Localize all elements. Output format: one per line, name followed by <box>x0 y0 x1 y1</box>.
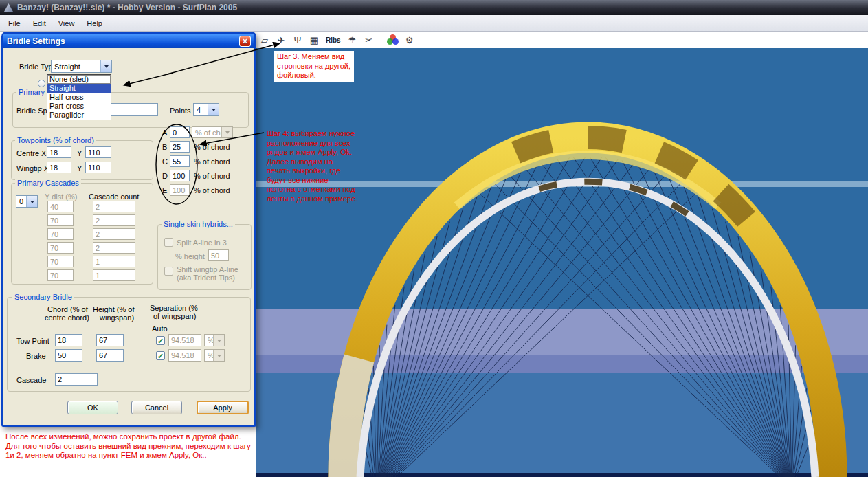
cascade-count-input-4 <box>93 242 135 254</box>
chevron-down-icon[interactable] <box>26 196 37 207</box>
colors-icon[interactable] <box>386 33 401 47</box>
brake-chord-input[interactable] <box>55 349 82 362</box>
towpoints-group-title: Towpoints (% of chord) <box>15 136 96 144</box>
title-bar[interactable]: Banzay! (Banzay!!.sle) * - Hobby Version… <box>0 0 868 15</box>
menu-help[interactable]: Help <box>80 16 109 30</box>
row-d-label: D <box>162 172 168 180</box>
footer-note: После всех изменений, можно сохранить пр… <box>5 432 251 461</box>
sky-band-5 <box>256 373 868 473</box>
chevron-down-icon[interactable] <box>208 104 219 115</box>
centre-x-label: Centre X <box>16 149 46 157</box>
height-header-line2: wingspan) <box>100 313 134 322</box>
row-c-unit-label: % of chord <box>194 157 230 166</box>
points-combo[interactable]: 4 <box>193 103 219 116</box>
primary-cascades-group-title: Primary Cascades <box>15 179 81 187</box>
height-percent-input <box>208 249 229 261</box>
settings-tool-icon[interactable]: ⚙ <box>402 33 417 47</box>
ribs-view-button[interactable]: Ribs <box>323 33 344 47</box>
sky-band-4 <box>256 355 868 373</box>
separation-header-line2: of wingspan) <box>153 312 196 320</box>
row-c-input[interactable] <box>170 155 190 167</box>
dropdown-option-paraglider[interactable]: Paraglider <box>47 111 111 120</box>
centre-y-input[interactable] <box>85 146 111 158</box>
brake-separation-input <box>168 349 201 362</box>
wingtip-y-label: Y <box>77 164 82 173</box>
shift-wingtip-label-line1: Shift wingtip A-line <box>177 265 238 274</box>
cascade-ydist-input-5 <box>47 256 74 267</box>
3d-viewport[interactable] <box>256 48 868 477</box>
row-e-input <box>170 184 190 196</box>
menu-edit[interactable]: Edit <box>27 16 52 30</box>
bridle-option-radio[interactable] <box>38 80 45 87</box>
secondary-bridle-group-title: Secondary Bridle <box>12 293 74 301</box>
cascade-count-input-5 <box>93 256 135 267</box>
tow-point-auto-checkbox[interactable]: ✓ <box>156 336 165 345</box>
chord-header-line2: centre chord) <box>45 313 89 322</box>
panels-view-icon[interactable]: ▦ <box>307 33 322 47</box>
sky-band-2 <box>256 187 868 309</box>
menu-bar: File Edit View Help <box>0 15 868 32</box>
bridle-view-icon[interactable]: Ψ <box>290 33 305 47</box>
toolbar-separator <box>381 34 381 45</box>
canopy-view-icon[interactable]: ☂ <box>345 33 360 47</box>
menu-file[interactable]: File <box>2 16 27 30</box>
dropdown-option-none[interactable]: None (sled) <box>47 75 111 84</box>
bridle-spacing-label: Bridle Sp <box>16 107 47 115</box>
row-a-label: A <box>162 129 167 137</box>
wingtip-x-label: Wingtip X <box>16 164 49 173</box>
app-window: Banzay! (Banzay!!.sle) * - Hobby Version… <box>0 0 868 477</box>
chevron-down-icon[interactable] <box>100 60 111 72</box>
centre-x-input[interactable] <box>47 146 71 158</box>
row-d-unit-label: % of chord <box>194 172 230 180</box>
single-skin-group-title: Single skin hybrids... <box>162 220 235 228</box>
cascade-ydist-input-2 <box>47 214 74 226</box>
app-icon <box>4 3 13 12</box>
wingtip-x-input[interactable] <box>47 162 71 173</box>
cascade-ydist-input-6 <box>47 269 74 281</box>
bridle-type-combo[interactable]: Straight <box>51 60 112 73</box>
cascade-count-input-1 <box>93 201 135 212</box>
tow-point-unit-combo: % <box>204 334 225 346</box>
cancel-button[interactable]: Cancel <box>131 401 182 414</box>
dropdown-option-straight[interactable]: Straight <box>47 84 111 93</box>
wingtip-y-input[interactable] <box>85 162 111 173</box>
tow-point-label: Tow Point <box>16 337 49 345</box>
cascade-label: Cascade <box>16 376 46 384</box>
tow-point-chord-input[interactable] <box>55 334 82 346</box>
brake-label: Brake <box>26 352 46 360</box>
cascade-level-combo[interactable]: 0 <box>16 195 38 208</box>
ok-button[interactable]: OK <box>67 401 118 414</box>
apply-button[interactable]: Apply <box>197 401 249 414</box>
tow-point-height-input[interactable] <box>96 334 124 346</box>
bridle-settings-dialog: Bridle Settings × Bridle Type Straight N… <box>1 32 256 427</box>
window-title: Banzay! (Banzay!!.sle) * - Hobby Version… <box>17 3 237 12</box>
brake-height-input[interactable] <box>96 349 124 362</box>
row-b-input[interactable] <box>170 141 190 153</box>
row-e-unit-label: % of chord <box>194 186 230 195</box>
sky-band-6 <box>256 473 868 477</box>
brake-auto-checkbox[interactable]: ✓ <box>156 351 165 360</box>
cascade-level-value: 0 <box>16 197 26 206</box>
cascade-count-input-2 <box>93 214 135 226</box>
auto-label: Auto <box>152 324 168 333</box>
dialog-title-bar[interactable]: Bridle Settings × <box>3 34 254 48</box>
chevron-down-icon <box>213 335 224 346</box>
cascade-input[interactable] <box>55 373 98 386</box>
row-d-input[interactable] <box>170 170 190 181</box>
cut-panels-icon[interactable]: ✂ <box>361 33 377 47</box>
bridle-type-dropdown-list: None (sled) Straight Half-cross Part-cro… <box>47 74 111 120</box>
menu-view[interactable]: View <box>52 16 81 30</box>
split-a-line-checkbox <box>164 238 173 247</box>
dropdown-option-halfcross[interactable]: Half-cross <box>47 93 111 102</box>
cascade-ydist-input-3 <box>47 228 74 240</box>
shift-wingtip-checkbox <box>164 267 173 276</box>
close-icon[interactable]: × <box>239 36 251 47</box>
row-b-label: B <box>162 143 167 151</box>
row-a-input[interactable] <box>170 126 190 138</box>
brake-unit-combo: % <box>204 349 225 362</box>
cascade-count-column-header: Cascade count <box>89 192 139 201</box>
dropdown-option-partcross[interactable]: Part-cross <box>47 102 111 111</box>
plan-view-icon[interactable]: ✈ <box>274 33 289 47</box>
measure-tool-icon[interactable]: ▱ <box>257 33 272 47</box>
dialog-title: Bridle Settings <box>7 36 65 46</box>
